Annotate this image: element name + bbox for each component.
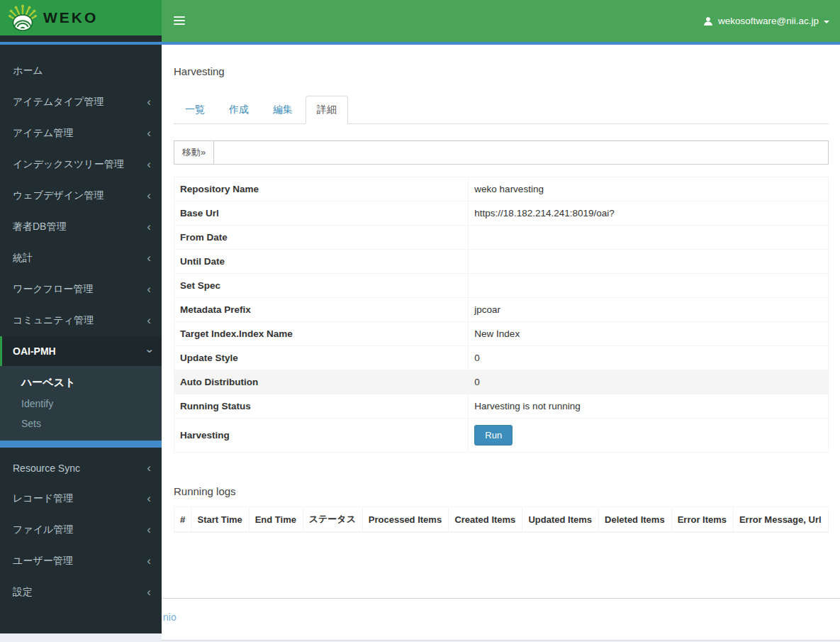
detail-row-metadata-prefix: Metadata Prefix jpcoar: [174, 298, 829, 322]
logs-col-created-items: Created Items: [449, 507, 522, 533]
sidebar-item-item-mgmt[interactable]: アイテム管理: [0, 118, 162, 149]
sidebar-item-statistics[interactable]: 統計: [0, 243, 162, 274]
invenio-link[interactable]: nio: [163, 611, 177, 623]
sidebar-menu-lower: Resource Sync レコード管理 ファイル管理 ユーザー管理 設定: [0, 453, 162, 608]
logs-col-deleted-items: Deleted Items: [599, 507, 672, 533]
chevron-left-icon: [147, 589, 151, 596]
tab-detail[interactable]: 詳細: [306, 96, 348, 124]
detail-row-running-status: Running Status Harvesting is not running: [174, 394, 829, 419]
chevron-down-icon: [145, 349, 152, 353]
sidebar-item-oai-pmh[interactable]: OAI-PMH: [0, 336, 162, 366]
chevron-left-icon: [147, 99, 151, 106]
sidebar-item-webdesign-mgmt[interactable]: ウェブデザイン管理: [0, 180, 162, 211]
weko-admin-page: WEKO wekosoftware@nii.ac.jp ホーム アイテムタイプ管…: [0, 0, 840, 642]
tab-edit[interactable]: 編集: [262, 96, 304, 124]
logs-col-processed-items: Processed Items: [362, 507, 449, 533]
sidebar-item-resource-sync[interactable]: Resource Sync: [0, 453, 162, 483]
sidebar-item-authordb-mgmt[interactable]: 著者DB管理: [0, 211, 162, 243]
run-button[interactable]: Run: [474, 425, 513, 445]
detail-row-set-spec: Set Spec: [174, 274, 829, 298]
caret-down-icon: [824, 21, 829, 23]
sidebar-item-home[interactable]: ホーム: [0, 55, 162, 87]
logs-header-row: # Start Time End Time ステータス Processed It…: [174, 507, 829, 533]
harvest-detail-table: Repository Name weko harvesting Base Url…: [174, 177, 829, 453]
top-navbar: wekosoftware@nii.ac.jp: [162, 0, 840, 42]
chevron-left-icon: [147, 223, 151, 231]
submenu-item-sets[interactable]: Sets: [0, 414, 162, 433]
sidebar-item-workflow-mgmt[interactable]: ワークフロー管理: [0, 274, 162, 305]
logs-col-number: #: [174, 507, 191, 533]
sidebar-item-file-mgmt[interactable]: ファイル管理: [0, 514, 162, 546]
detail-row-harvesting: Harvesting Run: [174, 419, 829, 453]
sidebar-toggle-hamburger-icon[interactable]: [174, 16, 185, 27]
chevron-left-icon: [147, 192, 151, 199]
tab-create[interactable]: 作成: [218, 96, 260, 124]
detail-row-from-date: From Date: [174, 226, 829, 250]
submenu-item-harvest[interactable]: ハーベスト: [0, 372, 162, 394]
user-email: wekosoftware@nii.ac.jp: [718, 16, 819, 26]
detail-row-repository-name: Repository Name weko harvesting: [174, 177, 829, 201]
chevron-left-icon: [147, 465, 151, 472]
sidebar-item-itemtype-mgmt[interactable]: アイテムタイプ管理: [0, 87, 162, 118]
header-accent-line: [0, 42, 840, 45]
chevron-left-icon: [147, 526, 151, 533]
main-content: Harvesting 一覧 作成 編集 詳細 移動» Repository Na…: [162, 45, 840, 598]
logs-col-status: ステータス: [303, 507, 362, 533]
sidebar-menu: ホーム アイテムタイプ管理 アイテム管理 インデックスツリー管理 ウェブデザイン…: [0, 55, 162, 366]
logs-col-updated-items: Updated Items: [522, 507, 599, 533]
app-logo[interactable]: WEKO: [0, 0, 162, 35]
sidebar-item-indextree-mgmt[interactable]: インデックスツリー管理: [0, 149, 162, 180]
running-logs-table: # Start Time End Time ステータス Processed It…: [174, 507, 829, 533]
detail-row-base-url: Base Url https://18.182.214.241:8019/oai…: [174, 201, 829, 226]
logs-col-error-message-url: Error Message, Url: [733, 507, 828, 533]
logs-col-start-time: Start Time: [191, 507, 249, 533]
weko-logo-icon: [9, 4, 37, 32]
chevron-left-icon: [147, 255, 151, 262]
logs-col-error-items: Error Items: [671, 507, 733, 533]
move-input-group: 移動»: [174, 140, 829, 165]
sidebar-item-user-mgmt[interactable]: ユーザー管理: [0, 546, 162, 577]
sidebar-item-settings[interactable]: 設定: [0, 577, 162, 608]
chevron-left-icon: [147, 161, 151, 168]
user-menu[interactable]: wekosoftware@nii.ac.jp: [703, 0, 829, 42]
detail-row-update-style: Update Style 0: [174, 346, 829, 370]
page-title: Harvesting: [174, 65, 829, 77]
tab-bar: 一覧 作成 編集 詳細: [174, 96, 829, 124]
logs-col-end-time: End Time: [249, 507, 303, 533]
sidebar: ホーム アイテムタイプ管理 アイテム管理 インデックスツリー管理 ウェブデザイン…: [0, 35, 162, 633]
main-footer: nio: [162, 598, 840, 641]
submenu-item-identify[interactable]: Identify: [0, 394, 162, 414]
logo-text: WEKO: [43, 9, 98, 26]
chevron-left-icon: [147, 317, 151, 324]
sidebar-item-community-mgmt[interactable]: コミュニティ管理: [0, 305, 162, 336]
submenu-divider-bar: [0, 441, 162, 448]
chevron-left-icon: [147, 130, 151, 137]
running-logs-title: Running logs: [174, 485, 829, 497]
detail-row-until-date: Until Date: [174, 250, 829, 274]
tab-list[interactable]: 一覧: [174, 96, 216, 124]
move-input[interactable]: [213, 140, 829, 165]
user-icon: [703, 16, 713, 26]
move-button[interactable]: 移動»: [174, 140, 214, 165]
sidebar-item-record-mgmt[interactable]: レコード管理: [0, 483, 162, 514]
chevron-left-icon: [147, 286, 151, 293]
chevron-left-icon: [147, 558, 151, 565]
detail-row-auto-distribution: Auto Distribution 0: [174, 370, 829, 394]
oai-pmh-submenu: ハーベスト Identify Sets: [0, 366, 162, 441]
chevron-left-icon: [147, 495, 151, 502]
detail-row-target-index: Target Index.Index Name New Index: [174, 322, 829, 346]
